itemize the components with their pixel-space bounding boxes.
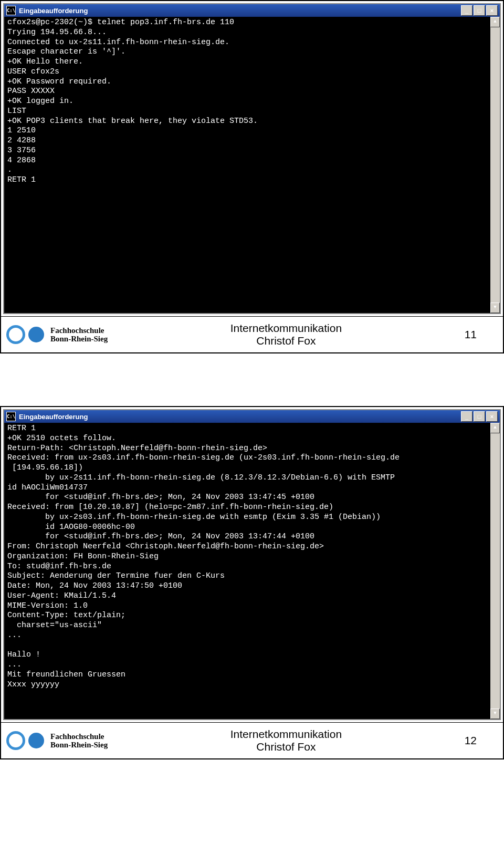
scroll-down-icon[interactable]: ▼ [490,709,500,719]
university-name: Fachhochschule Bonn-Rhein-Sieg [50,326,108,343]
slide-12: C:\ Eingabeaufforderung _ □ × RETR 1 +OK… [0,406,504,759]
logo-dot-icon [28,733,44,748]
scroll-up-icon[interactable]: ▲ [490,17,500,27]
titlebar[interactable]: C:\ Eingabeaufforderung _ □ × [4,4,500,17]
uni-line1: Fachhochschule [50,732,108,741]
footer-center: Internetkommunikation Christof Fox [108,728,464,753]
scrollbar[interactable]: ▲▼ [490,423,500,719]
slide-footer: Fachhochschule Bonn-Rhein-Sieg Internetk… [1,316,503,352]
uni-line2: Bonn-Rhein-Sieg [50,335,108,343]
command-window: C:\ Eingabeaufforderung _ □ × RETR 1 +OK… [3,409,501,720]
uni-line2: Bonn-Rhein-Sieg [50,741,108,750]
close-button[interactable]: × [486,411,498,422]
university-name: Fachhochschule Bonn-Rhein-Sieg [50,732,108,750]
close-button[interactable]: × [486,5,498,16]
command-window: C:\ Eingabeaufforderung _ □ × cfox2s@pc-… [3,3,501,314]
scroll-up-icon[interactable]: ▲ [490,423,500,433]
minimize-button[interactable]: _ [461,5,472,16]
maximize-button[interactable]: □ [474,411,485,422]
window-title: Eingabeaufforderung [19,413,461,421]
logo-dot-icon [28,327,44,342]
presentation-title: Internetkommunikation [230,322,342,334]
terminal-text: RETR 1 +OK 2510 octets follow. Return-Pa… [7,424,400,689]
presentation-author: Christof Fox [256,335,316,347]
slide-11: C:\ Eingabeaufforderung _ □ × cfox2s@pc-… [0,0,504,353]
presentation-title: Internetkommunikation [230,728,342,740]
terminal-text: cfox2s@pc-2302(~)$ telnet pop3.inf.fh-br… [7,18,258,184]
footer-center: Internetkommunikation Christof Fox [108,322,464,347]
page-number: 11 [465,328,498,341]
logo-ring-icon [6,731,25,750]
scrollbar[interactable]: ▲▼ [490,17,500,313]
cmd-icon: C:\ [6,6,16,15]
terminal-output[interactable]: cfox2s@pc-2302(~)$ telnet pop3.inf.fh-br… [4,17,500,313]
maximize-button[interactable]: □ [474,5,485,16]
logo-ring-icon [6,325,25,344]
uni-line1: Fachhochschule [50,326,108,335]
minimize-button[interactable]: _ [461,411,472,422]
university-logo [6,731,44,750]
slide-footer: Fachhochschule Bonn-Rhein-Sieg Internetk… [1,722,503,758]
terminal-output[interactable]: RETR 1 +OK 2510 octets follow. Return-Pa… [4,423,500,719]
window-title: Eingabeaufforderung [19,7,461,15]
scroll-down-icon[interactable]: ▼ [490,303,500,313]
cmd-icon: C:\ [6,412,16,421]
presentation-author: Christof Fox [256,741,316,753]
titlebar[interactable]: C:\ Eingabeaufforderung _ □ × [4,410,500,423]
page-number: 12 [465,734,498,747]
university-logo [6,325,44,344]
